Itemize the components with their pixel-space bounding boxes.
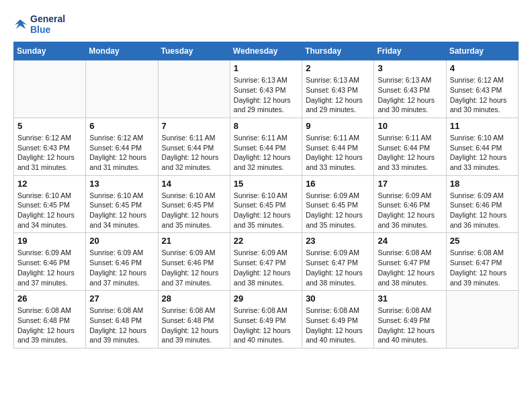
day-number: 30: [306, 293, 370, 304]
day-number: 18: [450, 179, 515, 189]
calendar-cell: 14Sunrise: 6:10 AMSunset: 6:45 PMDayligh…: [158, 175, 230, 233]
day-header-wednesday: Wednesday: [230, 42, 302, 60]
calendar-cell: 7Sunrise: 6:11 AMSunset: 6:44 PMDaylight…: [158, 118, 230, 175]
calendar-cell: 29Sunrise: 6:08 AMSunset: 6:49 PMDayligh…: [230, 291, 302, 349]
day-info: Sunrise: 6:11 AMSunset: 6:44 PMDaylight:…: [234, 133, 298, 173]
calendar-cell: 17Sunrise: 6:09 AMSunset: 6:46 PMDayligh…: [374, 175, 446, 233]
day-info: Sunrise: 6:09 AMSunset: 6:47 PMDaylight:…: [234, 248, 298, 287]
calendar-cell: [158, 60, 230, 118]
day-info: Sunrise: 6:09 AMSunset: 6:46 PMDaylight:…: [17, 248, 82, 287]
calendar-cell: 15Sunrise: 6:10 AMSunset: 6:45 PMDayligh…: [230, 175, 302, 233]
logo-bird-icon: [13, 17, 28, 32]
day-info: Sunrise: 6:09 AMSunset: 6:46 PMDaylight:…: [450, 191, 515, 230]
day-info: Sunrise: 6:08 AMSunset: 6:49 PMDaylight:…: [378, 306, 442, 345]
day-info: Sunrise: 6:10 AMSunset: 6:45 PMDaylight:…: [162, 191, 226, 230]
day-number: 7: [162, 121, 226, 131]
calendar-cell: [14, 60, 86, 118]
calendar-cell: 30Sunrise: 6:08 AMSunset: 6:49 PMDayligh…: [302, 291, 374, 349]
calendar-cell: 5Sunrise: 6:12 AMSunset: 6:43 PMDaylight…: [14, 118, 86, 175]
calendar-cell: 1Sunrise: 6:13 AMSunset: 6:43 PMDaylight…: [230, 60, 302, 118]
day-number: 12: [17, 179, 82, 189]
day-info: Sunrise: 6:12 AMSunset: 6:43 PMDaylight:…: [17, 133, 82, 173]
page-header: General Blue: [13, 13, 519, 35]
day-number: 23: [306, 236, 370, 246]
calendar-cell: 11Sunrise: 6:10 AMSunset: 6:44 PMDayligh…: [446, 118, 518, 175]
logo-blue: Blue: [30, 24, 65, 35]
day-number: 20: [89, 236, 154, 246]
calendar-cell: 20Sunrise: 6:09 AMSunset: 6:46 PMDayligh…: [86, 233, 158, 291]
day-number: 3: [378, 63, 442, 73]
day-number: 8: [234, 121, 298, 131]
calendar-week-row: 26Sunrise: 6:08 AMSunset: 6:48 PMDayligh…: [14, 291, 519, 349]
day-number: 27: [89, 293, 154, 304]
day-number: 4: [450, 63, 515, 73]
day-info: Sunrise: 6:10 AMSunset: 6:45 PMDaylight:…: [89, 191, 154, 230]
day-info: Sunrise: 6:12 AMSunset: 6:43 PMDaylight:…: [450, 75, 515, 115]
day-info: Sunrise: 6:08 AMSunset: 6:49 PMDaylight:…: [306, 306, 370, 345]
day-info: Sunrise: 6:08 AMSunset: 6:48 PMDaylight:…: [162, 306, 226, 345]
day-number: 19: [17, 236, 82, 246]
calendar-cell: 31Sunrise: 6:08 AMSunset: 6:49 PMDayligh…: [374, 291, 446, 349]
day-info: Sunrise: 6:08 AMSunset: 6:47 PMDaylight:…: [450, 248, 515, 287]
calendar-cell: 22Sunrise: 6:09 AMSunset: 6:47 PMDayligh…: [230, 233, 302, 291]
day-number: 1: [234, 63, 298, 73]
day-info: Sunrise: 6:09 AMSunset: 6:46 PMDaylight:…: [162, 248, 226, 287]
calendar-cell: 6Sunrise: 6:12 AMSunset: 6:44 PMDaylight…: [86, 118, 158, 175]
day-number: 6: [89, 121, 154, 131]
calendar-table: SundayMondayTuesdayWednesdayThursdayFrid…: [13, 42, 519, 349]
calendar-week-row: 19Sunrise: 6:09 AMSunset: 6:46 PMDayligh…: [14, 233, 519, 291]
day-info: Sunrise: 6:08 AMSunset: 6:48 PMDaylight:…: [89, 306, 154, 345]
logo-general: General: [30, 13, 65, 24]
day-number: 17: [378, 179, 442, 189]
day-number: 5: [17, 121, 82, 131]
day-info: Sunrise: 6:08 AMSunset: 6:48 PMDaylight:…: [17, 306, 82, 345]
day-number: 11: [450, 121, 515, 131]
day-info: Sunrise: 6:11 AMSunset: 6:44 PMDaylight:…: [378, 133, 442, 173]
calendar-cell: 25Sunrise: 6:08 AMSunset: 6:47 PMDayligh…: [446, 233, 518, 291]
calendar-cell: 13Sunrise: 6:10 AMSunset: 6:45 PMDayligh…: [86, 175, 158, 233]
day-number: 16: [306, 179, 370, 189]
day-info: Sunrise: 6:09 AMSunset: 6:45 PMDaylight:…: [306, 191, 370, 230]
calendar-cell: [446, 291, 518, 349]
day-header-tuesday: Tuesday: [158, 42, 230, 60]
calendar-header-row: SundayMondayTuesdayWednesdayThursdayFrid…: [14, 42, 519, 60]
day-info: Sunrise: 6:12 AMSunset: 6:44 PMDaylight:…: [89, 133, 154, 173]
calendar-week-row: 5Sunrise: 6:12 AMSunset: 6:43 PMDaylight…: [14, 118, 519, 175]
calendar-cell: 8Sunrise: 6:11 AMSunset: 6:44 PMDaylight…: [230, 118, 302, 175]
day-number: 24: [378, 236, 442, 246]
day-number: 31: [378, 293, 442, 304]
calendar-cell: 9Sunrise: 6:11 AMSunset: 6:44 PMDaylight…: [302, 118, 374, 175]
calendar-cell: 19Sunrise: 6:09 AMSunset: 6:46 PMDayligh…: [14, 233, 86, 291]
day-header-saturday: Saturday: [446, 42, 518, 60]
day-number: 21: [162, 236, 226, 246]
calendar-cell: 10Sunrise: 6:11 AMSunset: 6:44 PMDayligh…: [374, 118, 446, 175]
calendar-cell: 2Sunrise: 6:13 AMSunset: 6:43 PMDaylight…: [302, 60, 374, 118]
svg-marker-0: [15, 19, 27, 29]
day-info: Sunrise: 6:09 AMSunset: 6:47 PMDaylight:…: [306, 248, 370, 287]
day-number: 22: [234, 236, 298, 246]
day-number: 2: [306, 63, 370, 73]
calendar-cell: 3Sunrise: 6:13 AMSunset: 6:43 PMDaylight…: [374, 60, 446, 118]
day-info: Sunrise: 6:10 AMSunset: 6:44 PMDaylight:…: [450, 133, 515, 173]
day-info: Sunrise: 6:13 AMSunset: 6:43 PMDaylight:…: [234, 75, 298, 115]
calendar-week-row: 1Sunrise: 6:13 AMSunset: 6:43 PMDaylight…: [14, 60, 519, 118]
calendar-cell: 18Sunrise: 6:09 AMSunset: 6:46 PMDayligh…: [446, 175, 518, 233]
day-number: 26: [17, 293, 82, 304]
logo-text: General Blue: [13, 13, 65, 35]
day-header-thursday: Thursday: [302, 42, 374, 60]
day-number: 13: [89, 179, 154, 189]
day-number: 29: [234, 293, 298, 304]
calendar-cell: [86, 60, 158, 118]
logo: General Blue: [13, 13, 65, 35]
calendar-cell: 26Sunrise: 6:08 AMSunset: 6:48 PMDayligh…: [14, 291, 86, 349]
day-info: Sunrise: 6:08 AMSunset: 6:47 PMDaylight:…: [378, 248, 442, 287]
calendar-cell: 4Sunrise: 6:12 AMSunset: 6:43 PMDaylight…: [446, 60, 518, 118]
day-info: Sunrise: 6:13 AMSunset: 6:43 PMDaylight:…: [378, 75, 442, 115]
day-number: 25: [450, 236, 515, 246]
day-header-sunday: Sunday: [14, 42, 86, 60]
calendar-cell: 28Sunrise: 6:08 AMSunset: 6:48 PMDayligh…: [158, 291, 230, 349]
day-info: Sunrise: 6:13 AMSunset: 6:43 PMDaylight:…: [306, 75, 370, 115]
calendar-cell: 12Sunrise: 6:10 AMSunset: 6:45 PMDayligh…: [14, 175, 86, 233]
day-number: 14: [162, 179, 226, 189]
day-info: Sunrise: 6:09 AMSunset: 6:46 PMDaylight:…: [89, 248, 154, 287]
